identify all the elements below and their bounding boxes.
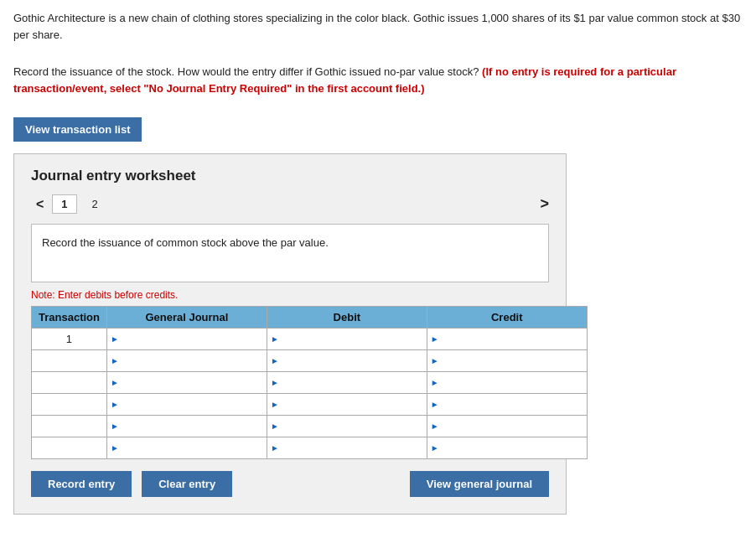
intro-paragraph1: Gothic Architecture is a new chain of cl… (13, 10, 743, 43)
general-journal-cell[interactable]: ► (106, 372, 267, 394)
dropdown-arrow-icon: ► (107, 378, 119, 387)
transaction-number (32, 350, 107, 372)
credit-cell[interactable]: ► (427, 394, 587, 416)
tab-1[interactable]: 1 (52, 194, 76, 214)
dropdown-arrow-icon: ► (107, 422, 119, 431)
intro-paragraph2: Record the issuance of the stock. How wo… (13, 64, 743, 96)
dropdown-arrow-icon: ► (427, 356, 439, 365)
dropdown-arrow-icon: ► (427, 400, 439, 409)
dropdown-arrow-icon: ► (267, 400, 279, 409)
note-text: Note: Enter debits before credits. (31, 289, 549, 301)
debit-cell[interactable]: ► (267, 372, 427, 394)
tab-next-arrow[interactable]: > (540, 195, 549, 213)
dropdown-arrow-icon: ► (267, 378, 279, 387)
transaction-number (32, 437, 107, 459)
dropdown-arrow-icon: ► (427, 422, 439, 431)
transaction-number (32, 372, 107, 394)
credit-cell[interactable]: ► (427, 416, 587, 437)
general-journal-cell[interactable]: ► (106, 329, 267, 350)
header-transaction: Transaction (32, 307, 107, 329)
dropdown-arrow-icon: ► (107, 443, 119, 453)
general-journal-input[interactable] (119, 331, 267, 347)
tab-2[interactable]: 2 (84, 195, 106, 213)
dropdown-arrow-icon: ► (107, 356, 119, 365)
journal-table: Transaction General Journal Debit Credit… (31, 306, 588, 459)
header-debit: Debit (267, 307, 427, 329)
action-buttons: Record entry Clear entry View general jo… (31, 471, 549, 497)
credit-cell[interactable]: ► (427, 372, 587, 394)
dropdown-arrow-icon: ► (427, 378, 439, 387)
debit-cell[interactable]: ► (267, 437, 427, 459)
general-journal-input[interactable] (119, 418, 267, 434)
table-row: ► ► ► (32, 416, 588, 437)
dropdown-arrow-icon: ► (267, 422, 279, 431)
credit-cell[interactable]: ► (427, 350, 587, 372)
credit-input[interactable] (439, 440, 587, 456)
header-credit: Credit (427, 307, 587, 329)
table-row: ► ► ► (32, 437, 588, 459)
table-row: ► ► ► (32, 372, 588, 394)
record-entry-button[interactable]: Record entry (31, 471, 132, 497)
dropdown-arrow-icon: ► (267, 443, 279, 453)
tab-prev-arrow[interactable]: < (31, 195, 49, 214)
debit-cell[interactable]: ► (267, 329, 427, 350)
debit-input[interactable] (279, 353, 427, 369)
debit-input[interactable] (279, 396, 427, 412)
general-journal-input[interactable] (119, 375, 267, 391)
credit-input[interactable] (439, 331, 587, 347)
table-row: ► ► ► (32, 394, 588, 416)
debit-cell[interactable]: ► (267, 350, 427, 372)
instruction-box: Record the issuance of common stock abov… (31, 224, 549, 282)
dropdown-arrow-icon: ► (267, 356, 279, 365)
general-journal-input[interactable] (119, 440, 267, 456)
debit-cell[interactable]: ► (267, 394, 427, 416)
credit-input[interactable] (439, 353, 587, 369)
instruction-text: Record the issuance of common stock abov… (42, 236, 329, 249)
debit-input[interactable] (279, 331, 427, 347)
credit-input[interactable] (439, 375, 587, 391)
worksheet-title: Journal entry worksheet (31, 168, 549, 184)
debit-input[interactable] (279, 418, 427, 434)
general-journal-cell[interactable]: ► (106, 350, 267, 372)
debit-input[interactable] (279, 440, 427, 456)
table-row: ► ► ► (32, 350, 588, 372)
transaction-number: 1 (32, 329, 107, 350)
debit-input[interactable] (279, 375, 427, 391)
credit-input[interactable] (439, 396, 587, 412)
clear-entry-button[interactable]: Clear entry (142, 471, 232, 497)
transaction-number (32, 394, 107, 416)
intro-paragraph2-plain: Record the issuance of the stock. How wo… (13, 65, 479, 78)
view-general-journal-button[interactable]: View general journal (410, 471, 549, 497)
transaction-number (32, 416, 107, 437)
dropdown-arrow-icon: ► (427, 334, 439, 344)
general-journal-cell[interactable]: ► (106, 394, 267, 416)
dropdown-arrow-icon: ► (107, 334, 119, 344)
dropdown-arrow-icon: ► (107, 400, 119, 409)
header-general-journal: General Journal (106, 307, 267, 329)
general-journal-input[interactable] (119, 353, 267, 369)
tab-navigation: < 1 2 > (31, 194, 549, 214)
general-journal-input[interactable] (119, 396, 267, 412)
table-row: 1 ► ► ► (32, 329, 588, 350)
general-journal-cell[interactable]: ► (106, 437, 267, 459)
dropdown-arrow-icon: ► (427, 443, 439, 453)
debit-cell[interactable]: ► (267, 416, 427, 437)
worksheet-container: Journal entry worksheet < 1 2 > Record t… (13, 153, 567, 515)
dropdown-arrow-icon: ► (267, 334, 279, 344)
general-journal-cell[interactable]: ► (106, 416, 267, 437)
view-transaction-button[interactable]: View transaction list (13, 117, 142, 142)
credit-cell[interactable]: ► (427, 329, 587, 350)
credit-cell[interactable]: ► (427, 437, 587, 459)
credit-input[interactable] (439, 418, 587, 434)
